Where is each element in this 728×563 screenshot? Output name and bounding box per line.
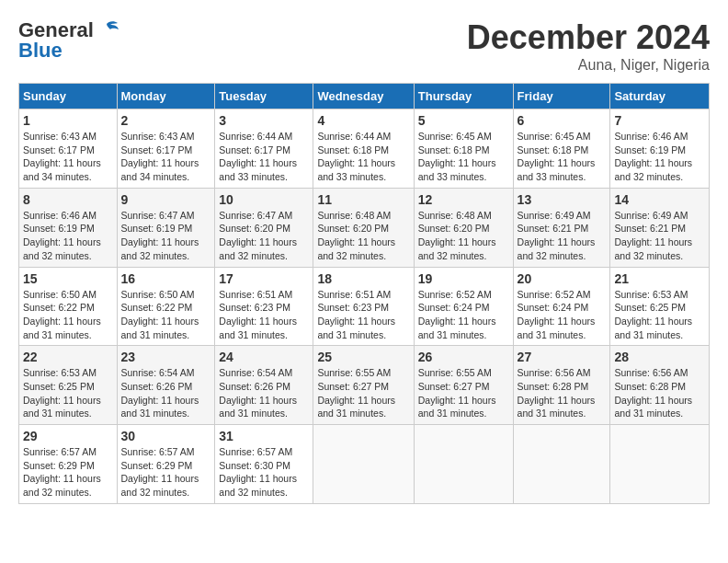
logo-blue-text: Blue	[18, 39, 63, 63]
calendar-cell: 13 Sunrise: 6:49 AMSunset: 6:21 PMDaylig…	[513, 188, 610, 267]
day-number: 7	[614, 113, 705, 128]
day-info: Sunrise: 6:45 AMSunset: 6:18 PMDaylight:…	[418, 131, 496, 182]
day-info: Sunrise: 6:52 AMSunset: 6:24 PMDaylight:…	[418, 289, 496, 340]
day-info: Sunrise: 6:53 AMSunset: 6:25 PMDaylight:…	[614, 289, 692, 340]
day-number: 13	[518, 192, 607, 207]
col-thursday: Thursday	[414, 84, 513, 109]
calendar-cell: 16 Sunrise: 6:50 AMSunset: 6:22 PMDaylig…	[117, 267, 215, 346]
calendar-cell: 5 Sunrise: 6:45 AMSunset: 6:18 PMDayligh…	[414, 109, 513, 189]
calendar-cell: 21 Sunrise: 6:53 AMSunset: 6:25 PMDaylig…	[610, 267, 710, 346]
day-number: 3	[219, 113, 309, 128]
calendar-cell: 12 Sunrise: 6:48 AMSunset: 6:20 PMDaylig…	[414, 188, 513, 267]
day-number: 17	[219, 271, 309, 286]
calendar-cell: 14 Sunrise: 6:49 AMSunset: 6:21 PMDaylig…	[610, 188, 710, 267]
calendar-cell: 20 Sunrise: 6:52 AMSunset: 6:24 PMDaylig…	[513, 267, 610, 346]
logo: General Blue	[18, 18, 119, 63]
calendar-header-row: Sunday Monday Tuesday Wednesday Thursday…	[19, 84, 710, 109]
day-info: Sunrise: 6:47 AMSunset: 6:19 PMDaylight:…	[121, 210, 199, 261]
calendar-cell: 4 Sunrise: 6:44 AMSunset: 6:18 PMDayligh…	[313, 109, 414, 189]
calendar-table: Sunday Monday Tuesday Wednesday Thursday…	[18, 83, 710, 504]
day-number: 27	[518, 350, 607, 364]
calendar-week-row: 8 Sunrise: 6:46 AMSunset: 6:19 PMDayligh…	[19, 188, 710, 267]
calendar-cell: 2 Sunrise: 6:43 AMSunset: 6:17 PMDayligh…	[117, 109, 215, 189]
day-info: Sunrise: 6:46 AMSunset: 6:19 PMDaylight:…	[23, 210, 101, 261]
day-info: Sunrise: 6:48 AMSunset: 6:20 PMDaylight:…	[418, 210, 496, 261]
day-info: Sunrise: 6:47 AMSunset: 6:20 PMDaylight:…	[219, 210, 297, 261]
day-number: 6	[518, 113, 607, 128]
day-info: Sunrise: 6:44 AMSunset: 6:17 PMDaylight:…	[219, 131, 297, 182]
calendar-cell: 17 Sunrise: 6:51 AMSunset: 6:23 PMDaylig…	[215, 267, 313, 346]
day-number: 29	[23, 429, 113, 443]
calendar-cell	[610, 425, 710, 504]
day-number: 24	[219, 350, 309, 364]
day-info: Sunrise: 6:54 AMSunset: 6:26 PMDaylight:…	[121, 367, 199, 419]
calendar-cell: 29 Sunrise: 6:57 AMSunset: 6:29 PMDaylig…	[19, 425, 118, 504]
day-number: 21	[614, 271, 705, 286]
day-info: Sunrise: 6:55 AMSunset: 6:27 PMDaylight:…	[317, 367, 395, 419]
day-info: Sunrise: 6:57 AMSunset: 6:29 PMDaylight:…	[23, 446, 101, 498]
month-title: December 2024	[467, 18, 710, 57]
calendar-cell: 23 Sunrise: 6:54 AMSunset: 6:26 PMDaylig…	[117, 346, 215, 425]
calendar-cell: 7 Sunrise: 6:46 AMSunset: 6:19 PMDayligh…	[610, 109, 710, 189]
day-number: 14	[614, 192, 705, 207]
day-info: Sunrise: 6:56 AMSunset: 6:28 PMDaylight:…	[518, 367, 596, 419]
calendar-cell: 8 Sunrise: 6:46 AMSunset: 6:19 PMDayligh…	[19, 188, 118, 267]
day-info: Sunrise: 6:45 AMSunset: 6:18 PMDaylight:…	[518, 131, 596, 182]
day-info: Sunrise: 6:52 AMSunset: 6:24 PMDaylight:…	[518, 289, 596, 340]
col-friday: Friday	[513, 84, 610, 109]
day-number: 26	[418, 350, 509, 364]
day-info: Sunrise: 6:55 AMSunset: 6:27 PMDaylight:…	[418, 367, 496, 419]
calendar-week-row: 15 Sunrise: 6:50 AMSunset: 6:22 PMDaylig…	[19, 267, 710, 346]
day-info: Sunrise: 6:50 AMSunset: 6:22 PMDaylight:…	[121, 289, 199, 340]
day-number: 18	[317, 271, 409, 286]
calendar-cell: 27 Sunrise: 6:56 AMSunset: 6:28 PMDaylig…	[513, 346, 610, 425]
day-info: Sunrise: 6:51 AMSunset: 6:23 PMDaylight:…	[317, 289, 395, 340]
day-number: 5	[418, 113, 509, 128]
day-number: 30	[121, 429, 211, 443]
day-number: 15	[23, 271, 113, 286]
day-number: 28	[614, 350, 705, 364]
day-number: 23	[121, 350, 211, 364]
calendar-cell	[313, 425, 414, 504]
calendar-cell: 19 Sunrise: 6:52 AMSunset: 6:24 PMDaylig…	[414, 267, 513, 346]
day-number: 1	[23, 113, 113, 128]
col-monday: Monday	[117, 84, 215, 109]
day-info: Sunrise: 6:44 AMSunset: 6:18 PMDaylight:…	[317, 131, 395, 182]
day-number: 19	[418, 271, 509, 286]
day-number: 10	[219, 192, 309, 207]
day-number: 31	[219, 429, 309, 443]
day-info: Sunrise: 6:49 AMSunset: 6:21 PMDaylight:…	[614, 210, 692, 261]
logo-bird-icon	[94, 20, 119, 40]
day-number: 20	[518, 271, 607, 286]
day-info: Sunrise: 6:50 AMSunset: 6:22 PMDaylight:…	[23, 289, 101, 340]
day-info: Sunrise: 6:46 AMSunset: 6:19 PMDaylight:…	[614, 131, 692, 182]
day-info: Sunrise: 6:57 AMSunset: 6:30 PMDaylight:…	[219, 446, 297, 498]
calendar-week-row: 22 Sunrise: 6:53 AMSunset: 6:25 PMDaylig…	[19, 346, 710, 425]
day-number: 11	[317, 192, 409, 207]
col-saturday: Saturday	[610, 84, 710, 109]
day-info: Sunrise: 6:57 AMSunset: 6:29 PMDaylight:…	[121, 446, 199, 498]
calendar-cell	[513, 425, 610, 504]
calendar-cell: 11 Sunrise: 6:48 AMSunset: 6:20 PMDaylig…	[313, 188, 414, 267]
page-header: General Blue December 2024 Auna, Niger, …	[18, 18, 710, 74]
col-tuesday: Tuesday	[215, 84, 313, 109]
day-number: 8	[23, 192, 113, 207]
calendar-cell: 1 Sunrise: 6:43 AMSunset: 6:17 PMDayligh…	[19, 109, 118, 189]
col-wednesday: Wednesday	[313, 84, 414, 109]
calendar-cell: 18 Sunrise: 6:51 AMSunset: 6:23 PMDaylig…	[313, 267, 414, 346]
calendar-cell: 28 Sunrise: 6:56 AMSunset: 6:28 PMDaylig…	[610, 346, 710, 425]
day-info: Sunrise: 6:51 AMSunset: 6:23 PMDaylight:…	[219, 289, 297, 340]
calendar-cell: 31 Sunrise: 6:57 AMSunset: 6:30 PMDaylig…	[215, 425, 313, 504]
calendar-cell: 26 Sunrise: 6:55 AMSunset: 6:27 PMDaylig…	[414, 346, 513, 425]
calendar-cell: 25 Sunrise: 6:55 AMSunset: 6:27 PMDaylig…	[313, 346, 414, 425]
day-number: 16	[121, 271, 211, 286]
calendar-cell: 24 Sunrise: 6:54 AMSunset: 6:26 PMDaylig…	[215, 346, 313, 425]
day-number: 12	[418, 192, 509, 207]
col-sunday: Sunday	[19, 84, 118, 109]
day-number: 4	[317, 113, 409, 128]
day-info: Sunrise: 6:43 AMSunset: 6:17 PMDaylight:…	[23, 131, 101, 182]
calendar-cell: 10 Sunrise: 6:47 AMSunset: 6:20 PMDaylig…	[215, 188, 313, 267]
location-text: Auna, Niger, Nigeria	[467, 57, 710, 74]
calendar-cell	[414, 425, 513, 504]
day-info: Sunrise: 6:43 AMSunset: 6:17 PMDaylight:…	[121, 131, 199, 182]
